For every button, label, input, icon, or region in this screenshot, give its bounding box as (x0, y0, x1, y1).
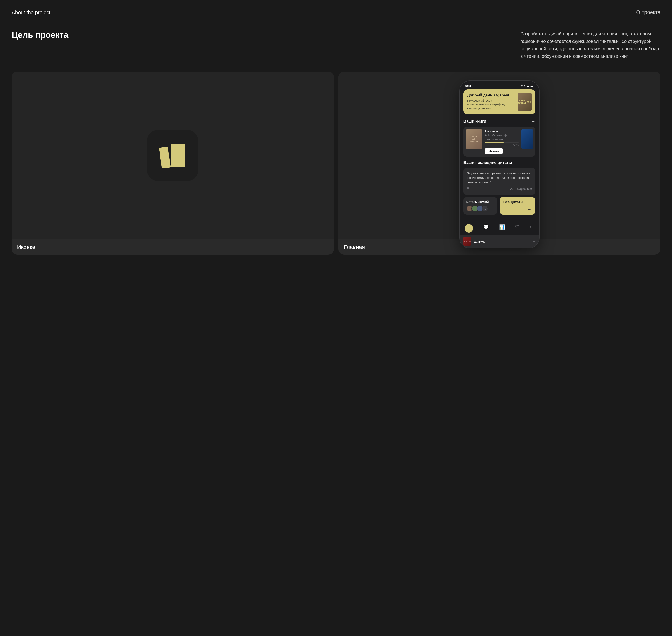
your-books-title: Ваши книги (463, 119, 486, 124)
welcome-text-block: Добрый день, Oganes! Присоединяйтесь к п… (467, 93, 515, 111)
nav-heart-icon[interactable]: ♡ (515, 224, 519, 233)
app-icon-books (160, 144, 185, 167)
welcome-subtitle: Присоединяйтесь к психологическому мараф… (467, 99, 515, 111)
mini-player-arrow[interactable]: → (533, 240, 536, 243)
battery-icon: ▬ (531, 84, 534, 87)
quote-text: "А у мужчин, как правило, после цирюльни… (467, 171, 532, 185)
quotes-title: Ваши последние цитаты (463, 160, 512, 165)
phone-status-icons: ●●● ▲ ▬ (520, 84, 534, 87)
book-cover-image: ЦиникиА.Б.Мариенгоф (466, 129, 482, 149)
welcome-book-cover: КАРЛ ГУСТАВ ЮНГ (518, 93, 532, 111)
phone-notch (485, 81, 513, 87)
phone-frame: 9:41 ●●● ▲ ▬ Добрый день, Oganes! Присое… (460, 81, 539, 248)
signal-icon: ●●● (520, 84, 525, 87)
icon-card-label: Иконка (12, 239, 334, 255)
reading-progress-percent: 56% (485, 144, 519, 146)
quote-author: — А. Б. Мариенгоф (506, 187, 532, 191)
project-goal-section: Цель проекта Разработать дизайн приложен… (12, 30, 660, 60)
friends-quotes-label: Цитаты друзей (466, 200, 495, 203)
read-button[interactable]: Читать (485, 148, 503, 154)
second-book-cover (521, 129, 533, 149)
book-item: ЦиникиА.Б.Мариенгоф Циники А. Б. Мариенг… (463, 127, 535, 157)
icon-card: Иконка (12, 72, 334, 255)
app-icon-wrapper (147, 130, 198, 181)
book-reading-time: 3 часов чтений (485, 138, 519, 141)
nav-chart-icon[interactable]: 📊 (499, 224, 505, 233)
book-spine-right (171, 144, 185, 167)
avatar-count: +9 (482, 205, 488, 212)
mini-player-title: Дракула (474, 240, 533, 243)
friends-quotes-card[interactable]: Цитаты друзей +9 (463, 197, 497, 215)
friends-avatars: +9 (466, 205, 495, 212)
header-right-label: О проекте (636, 9, 660, 15)
your-books-header: Ваши книги → (463, 119, 535, 124)
nav-pause-icon[interactable]: ⏸ (465, 224, 473, 233)
all-quotes-arrow-icon: → (527, 206, 532, 212)
book-spine-left (159, 146, 171, 168)
goal-title: Цель проекта (12, 30, 68, 40)
goal-description: Разработать дизайн приложения для чтения… (520, 30, 660, 60)
cards-row: Иконка 9:41 ●●● ▲ ▬ (12, 72, 660, 255)
wifi-icon: ▲ (527, 84, 530, 87)
phone-display-area: 9:41 ●●● ▲ ▬ Добрый день, Oganes! Присое… (339, 72, 660, 239)
welcome-title: Добрый день, Oganes! (467, 93, 515, 97)
main-screen-card: 9:41 ●●● ▲ ▬ Добрый день, Oganes! Присое… (339, 72, 660, 255)
quote-mark-icon: ❝ (467, 186, 469, 192)
nav-chat-icon[interactable]: 💬 (483, 224, 489, 233)
page-header: About the project О проекте (12, 9, 660, 16)
phone-content: Добрый день, Oganes! Присоединяйтесь к п… (460, 90, 539, 221)
reading-progress-bar (485, 142, 519, 143)
your-books-arrow[interactable]: → (531, 119, 535, 124)
welcome-card: Добрый день, Oganes! Присоединяйтесь к п… (463, 90, 535, 115)
mini-player: DRACULA Дракула → (460, 235, 539, 248)
nav-profile-icon[interactable]: ☺ (529, 224, 534, 233)
friends-quotes-row: Цитаты друзей +9 Все цитаты (463, 197, 535, 215)
all-quotes-card[interactable]: Все цитаты → (500, 197, 535, 215)
quote-box: "А у мужчин, как правило, после цирюльни… (463, 168, 535, 195)
book-author: А. Б. Мариенгоф (485, 134, 519, 137)
mini-player-book-cover: DRACULA (463, 237, 472, 246)
icon-card-display (12, 72, 334, 239)
header-left-label: About the project (12, 9, 51, 16)
reading-progress-fill (485, 142, 504, 143)
all-quotes-label: Все цитаты (503, 200, 523, 204)
phone-time: 9:41 (465, 84, 472, 87)
quotes-section-header: Ваши последние цитаты (463, 160, 535, 165)
book-info: Циники А. Б. Мариенгоф 3 часов чтений 56… (485, 129, 519, 154)
book-title: Циники (485, 129, 519, 133)
bottom-nav: ⏸ 💬 📊 ♡ ☺ (460, 221, 539, 235)
